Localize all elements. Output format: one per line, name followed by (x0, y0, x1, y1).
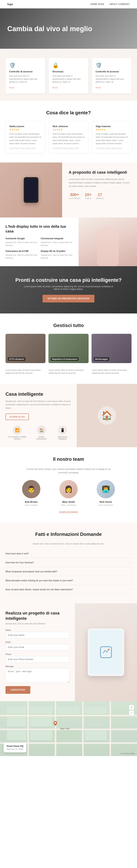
about-title: A proposito di case intelligenti (69, 170, 130, 175)
email-input[interactable] (5, 644, 70, 651)
testimonial-stars-3: ★★★★★ (96, 128, 128, 131)
map-overlay-title: Smart Home HQ (7, 745, 24, 747)
faq-item-2[interactable]: How How Are Your Services? › (5, 558, 132, 567)
stat-2: 10+ YEARS (85, 192, 92, 199)
hub-item-4: Display HD da 10 pollici Sample text. Cl… (41, 250, 73, 259)
team-link[interactable]: Insights de l'équipe (5, 510, 132, 513)
hub-section: L'hub display tutto in uno della tua cas… (0, 217, 137, 266)
feature-title-3: Controllo di accesso (96, 70, 128, 73)
name-label: Name (5, 629, 70, 631)
chevron-down-icon-2: › (131, 561, 132, 564)
product-icon-label-1: Si connette in mobilità wireless (5, 436, 29, 440)
hub-image (79, 217, 137, 266)
manage-img-3: Monitoraggio (92, 334, 132, 363)
phone-input[interactable] (5, 656, 70, 663)
tablet-mockup (88, 628, 124, 676)
feature-card-3: 🛡️ Controllo di accesso Duis aute irure … (92, 58, 132, 93)
testimonial-name-1: Stella Larson (9, 125, 41, 128)
manage-img-2: Regolatore di temperatura (48, 334, 88, 363)
product-device-icon: 🏠 (98, 406, 116, 425)
contact-form-side: Realizza un progetto di casa intelligent… (0, 603, 75, 701)
feature-link-2[interactable]: Di più (52, 87, 57, 89)
faq-section: Fatti e Informazioni Domande Sample text… (0, 522, 137, 603)
team-row: 👨 Bob Brown Smart Installer 👩 Mary Smith… (5, 480, 132, 506)
manage-desc-2: Lorem ipsum dolor sit amet consectetur a… (49, 369, 88, 375)
faq-intro: Sample text. Click to select the text. C… (5, 542, 132, 545)
product-icon-2: 🏠 Gestita centralmente (34, 426, 49, 440)
faq-question-4: What education and/or training do you ha… (5, 579, 73, 582)
features-section: 🛡️ Controllo di accesso Duis aute irure … (0, 49, 137, 101)
svg-point-2 (55, 722, 56, 723)
faq-item-5[interactable]: Nunc sit amet dolor dictum, lonque iacul… (5, 585, 132, 594)
chevron-down-icon-1: › (131, 552, 132, 555)
testimonials-title: Cosa dice la gente? (5, 110, 132, 116)
hub-item-2: Chromecast integrato Sample text. Click … (41, 237, 73, 247)
contact-submit-button[interactable]: CONTATTACI (5, 686, 30, 694)
phone-mockup (24, 177, 38, 203)
about-content: A proposito di case intelligenti Lorem i… (62, 162, 137, 217)
testimonial-name-2: Nick Johnson (53, 125, 85, 128)
nav-link-home[interactable]: HOME PAGE (90, 3, 104, 5)
contact-text: Sample text. Click to select the Text El… (5, 622, 70, 625)
testimonial-card-2: Nick Johnson ★★★★★ Proin est libero enim… (49, 121, 88, 153)
team-role-2: Team coordinator (61, 504, 76, 506)
name-input[interactable] (5, 632, 70, 639)
testimonial-date-2: CONTENT PUBLISHED 2024 (53, 148, 85, 150)
team-card-2: 👩 Mary Smith Team coordinator (52, 480, 85, 506)
stat-label-1: CUSTOMERS (69, 197, 80, 199)
feature-link-1[interactable]: Di più (9, 87, 14, 89)
form-group-message: Message (5, 665, 70, 684)
team-role-1: Smart Installer (25, 504, 38, 506)
manage-images-row: CCTV all'aperto Regolatore di temperatur… (5, 334, 132, 363)
testimonial-stars-1: ★★★★★ (9, 128, 41, 131)
product-text: Sample text. Click to select the Text El… (5, 400, 71, 410)
map-attribution: © OpenStreetMap (120, 752, 135, 754)
product-right: 🏠 (77, 384, 137, 447)
map-background: New York Smart Home HQ New York, NY 1000… (0, 701, 137, 756)
manage-img-label-1: CCTV all'aperto (8, 357, 26, 361)
map-zoom-out-button[interactable]: − (129, 710, 134, 715)
faq-item-4[interactable]: What education and/or training do you ha… (5, 576, 132, 585)
feature-text-1: Duis aute irure dolor in reprehenderit i… (9, 74, 41, 84)
stat-number-3: 17 (96, 192, 104, 197)
feature-icon-3: 🛡️ (96, 62, 128, 68)
stat-number-1: 300+ (69, 192, 80, 197)
form-group-phone: Phone (5, 653, 70, 663)
map-section: New York Smart Home HQ New York, NY 1000… (0, 701, 137, 756)
feature-icon-1: 🛡️ (9, 62, 41, 68)
manage-desc-3: Lorem ipsum dolor sit amet consectetur a… (92, 369, 132, 375)
product-icon-circle-2: 🏠 (37, 426, 46, 435)
message-textarea[interactable] (5, 668, 70, 683)
nav-logo: logo (7, 3, 13, 6)
team-title: Il nostro team (5, 456, 132, 462)
map-zoom-in-button[interactable]: + (129, 705, 134, 710)
faq-question-2: How How Are Your Services? (5, 561, 34, 564)
testimonials-section: Cosa dice la gente? Stella Larson ★★★★★ … (0, 101, 137, 162)
hub-item-title-3: Fotocamera da 6.5 MP (5, 250, 38, 252)
team-name-3: Nick Soure (99, 500, 112, 503)
faq-title: Fatti e Informazioni Domande (5, 531, 132, 537)
map-city-label: New York (60, 727, 70, 730)
form-group-email: Email (5, 641, 70, 651)
testimonials-row: Stella Larson ★★★★★ Proin est libero eni… (5, 121, 132, 153)
testimonial-card-3: Olga Ivanova ★★★★★ Proin est libero enim… (92, 121, 132, 153)
feature-icon-2: 🔒 (52, 62, 85, 68)
hub-item-title-1: Assistente Google (5, 237, 38, 240)
testimonial-text-1: Proin est libero enim sed faucibus torto… (9, 132, 41, 145)
team-card-1: 👨 Bob Brown Smart Installer (15, 480, 48, 506)
hub-item-title-2: Chromecast integrato (41, 237, 73, 240)
manage-desc-1: Lorem ipsum dolor sit amet consectetur a… (5, 369, 45, 375)
hub-item-text-4: Sample text. Click to select the Text El… (41, 253, 73, 259)
cta-button[interactable]: OTTIENI UN PREVENTIVO GRATUITO (43, 295, 95, 303)
product-button[interactable]: SCOPRI DI PIÙ (5, 413, 29, 420)
faq-item-3[interactable]: What companies and projects have you wor… (5, 567, 132, 576)
nav-link-about[interactable]: ABOUT COMPANY (109, 3, 130, 5)
testimonial-stars-2: ★★★★★ (53, 128, 85, 131)
faq-item-1[interactable]: How much does it cost? › (5, 549, 132, 558)
feature-link-3[interactable]: Di più (96, 87, 101, 89)
map-zoom-controls: + − (129, 705, 134, 715)
testimonial-name-3: Olga Ivanova (96, 125, 128, 128)
manage-section: Gestisci tutto CCTV all'aperto Regolator… (0, 313, 137, 384)
contact-image-side (75, 603, 137, 701)
product-section: Casa intelligente Sample text. Click to … (0, 384, 137, 447)
